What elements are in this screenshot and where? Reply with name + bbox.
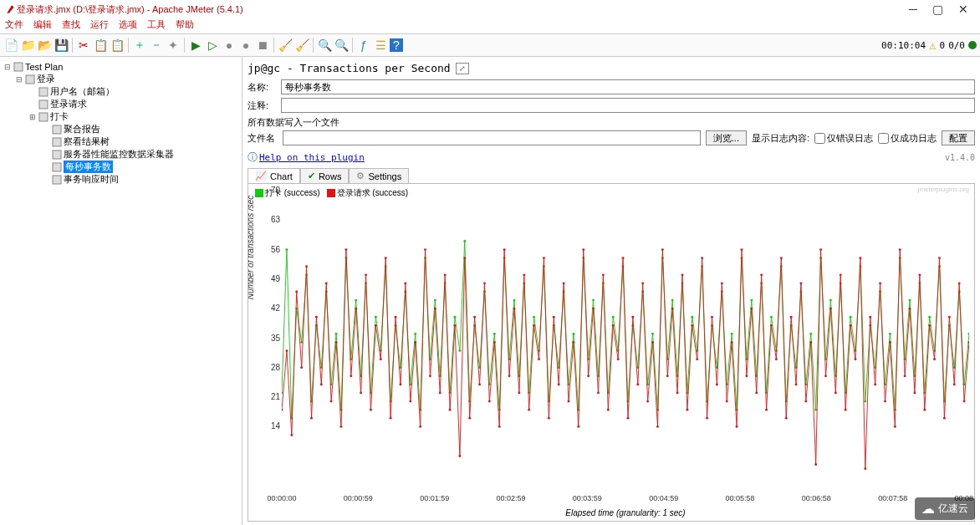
svg-point-261 [829, 308, 832, 310]
tree-item[interactable]: 用户名（邮箱） [2, 85, 240, 98]
collapse-icon[interactable]: － [149, 38, 164, 53]
clear-icon[interactable]: 🧹 [278, 38, 293, 53]
svg-point-226 [656, 426, 659, 428]
browse-button[interactable]: 浏览... [706, 130, 747, 145]
only-success-checkbox[interactable] [878, 133, 889, 144]
help-icon[interactable]: ? [390, 38, 403, 52]
warning-icon[interactable]: ⚠ [929, 38, 936, 52]
svg-point-249 [770, 324, 773, 327]
clear-all-icon[interactable]: 🧹 [294, 38, 309, 53]
svg-point-166 [360, 392, 362, 395]
templates-icon[interactable]: 📁 [20, 38, 35, 53]
tree-item[interactable]: ⊞打卡 [2, 110, 240, 123]
minimize-button[interactable]: ─ [909, 3, 917, 16]
paste-icon[interactable]: 📋 [110, 38, 125, 53]
svg-point-260 [824, 375, 827, 377]
reset-search-icon[interactable]: 🔍 [334, 38, 349, 53]
help-link[interactable]: Help on this plugin [259, 152, 365, 163]
svg-point-173 [395, 316, 397, 319]
start-icon[interactable]: ▶ [188, 38, 203, 53]
filename-input[interactable] [283, 130, 701, 145]
svg-point-182 [439, 392, 442, 395]
svg-point-262 [835, 392, 837, 395]
menu-run[interactable]: 运行 [90, 18, 109, 33]
svg-rect-3 [39, 100, 48, 109]
svg-point-21 [335, 333, 338, 335]
remote-stop-icon[interactable]: ⏹ [255, 38, 270, 53]
svg-point-151 [285, 349, 288, 352]
svg-point-198 [518, 392, 520, 395]
comment-input[interactable] [281, 98, 975, 113]
svg-point-243 [741, 248, 743, 251]
save-icon[interactable]: 💾 [54, 38, 69, 53]
svg-point-251 [780, 257, 783, 259]
toggle-icon[interactable]: ✦ [166, 38, 181, 53]
svg-point-191 [483, 282, 486, 284]
svg-rect-7 [53, 150, 61, 159]
tree-item[interactable]: 察看结果树 [2, 135, 240, 148]
menu-bar: 文件 编辑 查找 运行 选项 工具 帮助 [0, 18, 980, 33]
comment-label: 注释: [248, 99, 278, 112]
plugin-version: v1.4.0 [945, 153, 975, 162]
svg-point-203 [543, 257, 545, 259]
test-plan-tree[interactable]: ⊟Test Plan⊟登录用户名（邮箱）登录请求⊞打卡聚合报告察看结果树服务器性… [0, 57, 242, 525]
svg-point-185 [454, 324, 457, 327]
svg-point-11 [285, 248, 288, 251]
list-icon[interactable]: ☰ [373, 38, 388, 53]
svg-point-141 [928, 316, 931, 319]
tree-item[interactable]: 事务响应时间 [2, 173, 240, 186]
function-helper-icon[interactable]: ƒ [356, 38, 371, 53]
configure-button[interactable]: 配置 [942, 130, 975, 145]
svg-point-125 [850, 316, 852, 319]
svg-point-266 [855, 358, 857, 360]
menu-edit[interactable]: 编辑 [33, 18, 52, 33]
tree-item[interactable]: 服务器性能监控数据采集器 [2, 148, 240, 161]
tree-item[interactable]: 每秒事务数 [2, 161, 240, 173]
app-icon [5, 3, 17, 15]
open-icon[interactable]: 📂 [37, 38, 52, 53]
maximize-button[interactable]: ▢ [932, 3, 943, 16]
svg-point-247 [760, 273, 763, 276]
tab-chart[interactable]: 📈Chart [248, 168, 300, 183]
svg-point-105 [750, 299, 753, 302]
menu-options[interactable]: 选项 [119, 18, 137, 33]
svg-point-161 [335, 341, 338, 344]
search-icon[interactable]: 🔍 [317, 38, 332, 53]
start-no-timers-icon[interactable]: ▷ [205, 38, 220, 53]
svg-point-267 [859, 257, 861, 259]
tab-rows[interactable]: ✔Rows [300, 168, 350, 183]
shutdown-icon[interactable]: ● [238, 38, 253, 53]
svg-point-279 [918, 273, 921, 276]
svg-point-274 [894, 426, 896, 428]
y-axis: Number of transactions /sec 142128354249… [255, 199, 282, 494]
tree-item[interactable]: 聚合报告 [2, 123, 240, 135]
tree-item[interactable]: ⊟登录 [2, 73, 240, 85]
expand-panel-icon[interactable]: ⤢ [456, 63, 469, 74]
tab-settings[interactable]: ⚙Settings [349, 168, 409, 183]
chart-plot [282, 199, 969, 494]
stop-icon[interactable]: ● [222, 38, 237, 53]
svg-point-85 [651, 333, 654, 335]
svg-point-175 [404, 282, 406, 284]
new-icon[interactable]: 📄 [3, 38, 18, 53]
svg-point-176 [409, 400, 411, 403]
tree-item[interactable]: ⊟Test Plan [2, 60, 240, 73]
cut-icon[interactable]: ✂ [76, 38, 91, 53]
menu-help[interactable]: 帮助 [176, 18, 194, 33]
svg-point-164 [350, 375, 352, 377]
expand-icon[interactable]: ＋ [132, 38, 147, 53]
chart-area: 打卡 (success)登录请求 (success) jmeterplugins… [248, 184, 975, 522]
svg-point-109 [770, 316, 773, 319]
tree-item[interactable]: 登录请求 [2, 98, 240, 110]
close-button[interactable]: ✕ [958, 3, 968, 16]
corner-logo: ☁ 亿速云 [915, 497, 975, 520]
only-errors-checkbox[interactable] [814, 133, 825, 144]
menu-search[interactable]: 查找 [62, 18, 80, 33]
error-count: 0 [940, 40, 946, 51]
svg-point-285 [948, 316, 951, 319]
svg-point-165 [355, 308, 357, 310]
name-input[interactable] [281, 79, 975, 94]
copy-icon[interactable]: 📋 [93, 38, 108, 53]
menu-file[interactable]: 文件 [5, 18, 23, 33]
menu-tools[interactable]: 工具 [147, 18, 166, 33]
